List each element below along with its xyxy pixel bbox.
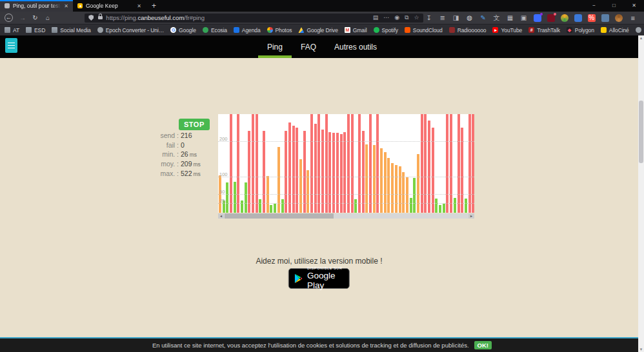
bookmark-favicon: ▸ xyxy=(492,27,498,33)
chart-scrollbar-thumb[interactable] xyxy=(225,213,334,219)
ping-bar xyxy=(317,114,320,213)
tab-ping[interactable]: Ping, outil pour tester la stabil ✕ xyxy=(0,0,73,12)
url-text[interactable]: https://ping.canbeuseful.com/fr#ping xyxy=(106,14,205,21)
ping-bar xyxy=(296,128,298,213)
urlbar-action-icon[interactable]: ⧉ xyxy=(405,14,408,21)
bookmark-item[interactable]: ▸ YouTube xyxy=(492,27,522,34)
tracking-protection-shield-icon[interactable] xyxy=(88,15,94,21)
bookmark-item[interactable]: SoundCloud xyxy=(405,27,443,34)
toolbar-extension-icon[interactable] xyxy=(561,14,569,22)
nav-tab-ping[interactable]: Ping xyxy=(258,35,292,58)
bookmark-favicon: G xyxy=(170,27,176,33)
scroll-left-icon[interactable]: ◂ xyxy=(218,213,224,219)
bookmark-item[interactable]: G Google xyxy=(170,27,196,34)
scrollbar-down-icon[interactable]: ▼ xyxy=(638,347,644,351)
bookmark-label: ESD xyxy=(34,27,45,34)
nav-tab-faq[interactable]: FAQ xyxy=(292,35,325,58)
ping-bar xyxy=(472,114,474,213)
ping-bar xyxy=(435,199,438,213)
scrollbar-up-icon[interactable]: ▲ xyxy=(638,36,644,40)
scroll-right-icon[interactable]: ▸ xyxy=(468,213,474,219)
toolbar-extension-icon[interactable]: ↧ xyxy=(425,14,433,22)
reload-icon[interactable]: ↻ xyxy=(30,12,41,23)
bookmark-item[interactable]: Social Media xyxy=(52,27,90,34)
chart-gridline: 50 xyxy=(218,194,474,195)
bookmark-item[interactable]: M Gmail xyxy=(345,27,367,34)
ping-bar xyxy=(428,121,430,213)
new-tab-button[interactable]: + xyxy=(146,0,162,12)
toolbar-extension-icon[interactable] xyxy=(615,14,623,22)
bookmark-label: Radioooooo xyxy=(458,27,487,34)
cookie-ok-button[interactable]: OK! xyxy=(474,341,492,349)
bookmark-item[interactable]: # TrashTalk xyxy=(528,27,560,34)
urlbar-action-icon[interactable]: ▤ xyxy=(373,14,379,21)
main-menu-icon[interactable]: ≡ xyxy=(629,14,638,22)
bookmark-item[interactable]: AT xyxy=(5,27,19,34)
close-button[interactable]: ✕ xyxy=(624,0,644,12)
scrollbar-thumb[interactable] xyxy=(639,101,643,163)
forward-icon[interactable]: → xyxy=(17,12,28,23)
browser-scrollbar[interactable]: ▲ ▼ xyxy=(638,35,644,352)
toolbar-extension-icon[interactable]: 文 xyxy=(493,14,501,22)
tab-title: Ping, outil pour tester la stabil xyxy=(13,3,61,9)
tab-close-icon[interactable]: ✕ xyxy=(137,3,141,9)
toolbar-extension-icon[interactable]: ◍ xyxy=(466,14,474,22)
stop-button[interactable]: STOP xyxy=(179,119,210,130)
bookmark-item[interactable]: Ecosia xyxy=(203,27,227,34)
url-bar[interactable]: https://ping.canbeuseful.com/fr#ping ▤ ⋯… xyxy=(85,14,423,23)
urlbar-action-icon[interactable]: ⋯ xyxy=(383,14,389,21)
toolbar-extension-icon[interactable]: ▦ xyxy=(507,14,514,22)
toolbar-extension-icon[interactable]: ✎ xyxy=(479,14,487,22)
tab-close-icon[interactable]: ✕ xyxy=(64,3,68,9)
toolbar-extension-icon[interactable]: ▣ xyxy=(520,14,528,22)
toolbar-extension-icon[interactable] xyxy=(534,14,541,22)
urlbar-action-icon[interactable]: ◉ xyxy=(394,14,399,21)
bookmark-item[interactable]: ESD xyxy=(26,27,45,34)
back-icon[interactable]: ← xyxy=(5,14,13,22)
toolbar-extension-icon[interactable] xyxy=(547,14,555,22)
ping-bar xyxy=(432,128,434,213)
stat-label: max. : xyxy=(143,170,179,179)
bookmark-favicon xyxy=(26,27,32,33)
bookmark-item[interactable]: Photos xyxy=(267,27,292,34)
bookmark-label: YouTube xyxy=(501,27,522,34)
bookmark-favicon xyxy=(203,27,208,33)
nav-tab-autres-outils[interactable]: Autres outils xyxy=(325,35,386,58)
ping-site-favicon xyxy=(5,3,10,8)
chart-horizontal-scrollbar[interactable]: ◂ ▸ xyxy=(218,213,474,219)
toolbar-extension-icon[interactable]: % xyxy=(588,14,596,22)
bookmark-item[interactable]: Epoch Converter - Uni… xyxy=(97,27,164,34)
bookmark-favicon: ◆ xyxy=(567,27,572,33)
google-play-badge[interactable]: DISPONIBLE SUR Google Play xyxy=(288,268,350,289)
tab-google-keep[interactable]: Google Keep ✕ xyxy=(73,0,146,12)
bookmark-label: Google xyxy=(179,27,196,34)
toolbar-extension-icon[interactable] xyxy=(601,14,609,22)
page-content: Ping FAQ Autres outils STOP send :216 fa… xyxy=(0,35,644,352)
bookmark-item[interactable]: ◆ Polygon xyxy=(567,27,594,34)
cookie-text: En utilisant ce site internet, vous acce… xyxy=(152,342,469,349)
toolbar-icon-cluster: ↧ ≣ ◨ ◍ ✎ 文 ▦ ▣ xyxy=(425,14,641,22)
hamburger-menu-icon[interactable] xyxy=(5,38,17,53)
toolbar-extension-icon[interactable] xyxy=(574,14,582,22)
bookmark-label: Photos xyxy=(276,27,292,34)
maximize-button[interactable]: □ xyxy=(604,0,624,12)
ping-bar xyxy=(343,132,346,213)
bookmark-item[interactable]: Radioooooo xyxy=(449,27,487,34)
ping-bar xyxy=(256,114,258,213)
ping-bar xyxy=(391,163,394,213)
bookmark-item[interactable]: Unblocked xyxy=(636,27,644,34)
bookmark-item[interactable]: Spotify xyxy=(374,27,398,34)
urlbar-action-icon[interactable]: ☆ xyxy=(414,14,419,21)
home-icon[interactable]: ⌂ xyxy=(43,12,54,23)
minimize-button[interactable]: − xyxy=(584,0,604,12)
lock-icon[interactable] xyxy=(98,16,103,19)
ping-bar xyxy=(365,144,368,213)
toolbar-extension-icon[interactable]: ◨ xyxy=(452,14,460,22)
bookmark-item[interactable]: AlloCiné xyxy=(601,27,629,34)
bookmark-item[interactable]: Google Drive xyxy=(298,27,337,34)
bookmark-label: Google Drive xyxy=(307,27,337,34)
bookmark-favicon xyxy=(52,27,57,33)
toolbar-extension-icon[interactable]: ≣ xyxy=(439,14,447,22)
bookmark-item[interactable]: Agenda xyxy=(234,27,261,34)
ping-bar xyxy=(230,114,232,213)
